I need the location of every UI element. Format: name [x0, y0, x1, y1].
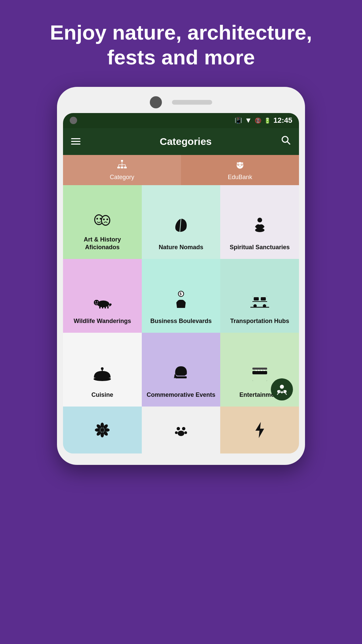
svg-point-77 — [175, 431, 178, 434]
phone-top-bar — [63, 93, 299, 113]
category-cell-business[interactable]: $ Business Boulevards — [142, 259, 221, 333]
grid-wrapper: Art & History Aficionados Nature Nomads — [63, 185, 299, 453]
hero-text: Enjoy nature, architecture, fests and mo… — [0, 0, 362, 87]
svg-point-26 — [257, 218, 262, 222]
preview-cell-3[interactable] — [220, 407, 299, 453]
entertainment-icon — [251, 366, 268, 386]
phone-wrapper: 📳 ▼ 📵 🔋 12:45 Categories — [54, 87, 308, 644]
svg-point-79 — [178, 431, 184, 436]
svg-point-30 — [94, 300, 99, 305]
svg-point-19 — [97, 218, 98, 220]
business-icon: $ — [173, 290, 189, 313]
category-cell-cuisine[interactable]: Cuisine — [63, 333, 142, 407]
category-cell-entertainment[interactable]: Entertainment — [220, 333, 299, 407]
cuisine-icon — [93, 366, 112, 386]
svg-point-32 — [97, 302, 98, 303]
wildlife-icon — [93, 292, 112, 313]
svg-line-1 — [287, 142, 290, 145]
svg-rect-34 — [102, 306, 103, 309]
tab-edubank[interactable]: EduBank — [181, 155, 299, 185]
svg-point-76 — [182, 427, 185, 430]
svg-point-22 — [102, 216, 109, 225]
edubank-tab-icon — [235, 159, 245, 172]
wifi-icon: ▼ — [245, 116, 252, 125]
svg-marker-80 — [255, 422, 264, 438]
svg-rect-45 — [252, 301, 267, 302]
art-history-label: Art & History Aficionados — [66, 236, 138, 252]
category-cell-spiritual[interactable]: Spiritual Sanctuaries — [220, 185, 299, 259]
svg-rect-5 — [124, 167, 127, 168]
transport-icon — [250, 292, 269, 313]
battery-icon: 🔋 — [264, 117, 271, 124]
spiritual-label: Spiritual Sanctuaries — [230, 244, 290, 251]
svg-point-66 — [100, 428, 104, 432]
svg-rect-44 — [261, 297, 266, 301]
tab-category-label: Category — [110, 174, 134, 181]
svg-point-0 — [282, 137, 288, 143]
svg-point-14 — [238, 164, 239, 165]
fab-icon — [276, 383, 288, 395]
commemorative-label: Commemorative Events — [146, 391, 215, 399]
svg-rect-35 — [105, 306, 106, 309]
nature-icon — [173, 217, 189, 239]
category-cell-commemorative[interactable]: Commemorative Events — [142, 333, 221, 407]
hamburger-menu[interactable] — [71, 138, 80, 145]
category-grid: Art & History Aficionados Nature Nomads — [63, 185, 299, 407]
fab-button[interactable] — [271, 378, 293, 400]
svg-rect-16 — [239, 167, 241, 168]
category-cell-art-history[interactable]: Art & History Aficionados — [63, 185, 142, 259]
vibrate-icon: 📳 — [235, 117, 242, 124]
svg-rect-4 — [121, 167, 123, 168]
svg-rect-61 — [252, 368, 267, 370]
phone-outer: 📳 ▼ 📵 🔋 12:45 Categories — [57, 87, 305, 465]
clock: 12:45 — [274, 116, 292, 125]
app-title: Categories — [90, 136, 281, 147]
category-tab-icon — [117, 159, 127, 172]
tab-edubank-label: EduBank — [228, 174, 252, 181]
svg-point-75 — [177, 427, 180, 430]
svg-rect-3 — [117, 167, 120, 168]
preview-cell-2[interactable] — [142, 407, 221, 453]
phone-camera — [150, 96, 162, 108]
tab-category[interactable]: Category — [63, 155, 181, 185]
app-bar: Categories — [63, 128, 299, 155]
svg-rect-2 — [121, 160, 123, 162]
phone-speaker — [172, 100, 212, 105]
business-label: Business Boulevards — [150, 317, 212, 325]
svg-rect-43 — [254, 297, 259, 301]
svg-point-52 — [101, 367, 104, 370]
svg-rect-56 — [252, 371, 267, 374]
cuisine-label: Cuisine — [92, 391, 113, 399]
signal-icon: 📵 — [255, 117, 261, 124]
art-history-icon — [93, 211, 112, 231]
search-button[interactable] — [281, 135, 291, 148]
category-cell-transport[interactable]: Transportation Hubs — [220, 259, 299, 333]
svg-point-15 — [241, 164, 242, 165]
category-cell-nature[interactable]: Nature Nomads — [142, 185, 221, 259]
svg-rect-53 — [175, 376, 187, 378]
svg-point-62 — [280, 385, 284, 389]
spiritual-icon — [252, 217, 268, 239]
svg-point-31 — [95, 302, 96, 303]
svg-point-27 — [255, 228, 264, 232]
commemorative-icon — [173, 365, 189, 386]
svg-rect-36 — [107, 306, 109, 309]
transport-label: Transportation Hubs — [230, 317, 289, 325]
status-indicator — [70, 117, 77, 124]
wildlife-label: Wildlife Wanderings — [74, 317, 131, 325]
hero-section: Enjoy nature, architecture, fests and mo… — [0, 0, 362, 87]
phone-bottom-padding — [63, 453, 299, 459]
phone-screen: 📳 ▼ 📵 🔋 12:45 Categories — [63, 113, 299, 453]
nature-label: Nature Nomads — [159, 244, 203, 251]
svg-point-24 — [107, 219, 108, 220]
svg-rect-50 — [96, 378, 109, 380]
category-cell-wildlife[interactable]: Wildlife Wanderings — [63, 259, 142, 333]
svg-text:$: $ — [180, 292, 182, 296]
svg-point-23 — [103, 219, 105, 220]
status-left — [70, 117, 77, 124]
bottom-row-preview — [63, 407, 299, 453]
status-right: 📳 ▼ 📵 🔋 12:45 — [235, 116, 292, 125]
preview-cell-1[interactable] — [63, 407, 142, 453]
status-bar: 📳 ▼ 📵 🔋 12:45 — [63, 113, 299, 128]
svg-rect-33 — [99, 306, 101, 309]
